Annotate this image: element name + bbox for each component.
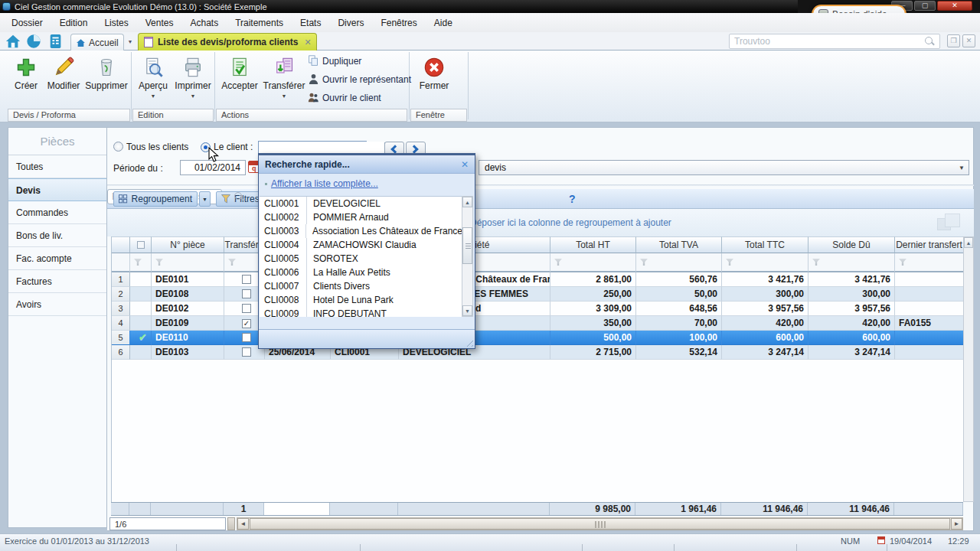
report-icon[interactable] (47, 34, 64, 49)
scroll-right-icon[interactable]: ► (951, 518, 962, 530)
column-filter-cell[interactable] (636, 253, 722, 272)
header-total-ttc[interactable]: Total TTC (722, 236, 808, 253)
resize-grip-icon[interactable] (464, 337, 473, 347)
sidebar-item-factures[interactable]: Factures (8, 270, 106, 293)
scrollbar-thumb[interactable] (250, 518, 950, 530)
transferred-checkbox[interactable] (242, 333, 251, 342)
client-list-item[interactable]: CLI0002POMMIER Arnaud (260, 210, 462, 224)
vertical-scrollbar[interactable]: ▲ (963, 236, 974, 502)
menu-edition[interactable]: Edition (51, 15, 96, 31)
dropdown-arrow-icon[interactable]: ▼ (173, 93, 213, 99)
transferred-checkbox[interactable] (242, 289, 251, 298)
tab-accueil[interactable]: Accueil (70, 34, 124, 51)
menu-achats[interactable]: Achats (181, 15, 227, 31)
header-total-tva[interactable]: Total TVA (636, 236, 722, 253)
tab-accueil-dropdown[interactable]: ▼ (125, 35, 136, 49)
scroll-down-icon[interactable]: ▼ (462, 305, 472, 316)
maximize-button[interactable]: ▢ (914, 1, 936, 11)
transfer-button[interactable]: Transférer ▼ (262, 57, 306, 99)
header-total-ht[interactable]: Total HT (550, 236, 636, 253)
column-filter-cell[interactable] (895, 253, 963, 272)
sidebar-item-avoirs[interactable]: Avoirs (8, 293, 106, 316)
show-full-list-link[interactable]: Afficher la liste complète... (271, 178, 378, 189)
column-filter-cell[interactable] (152, 253, 224, 272)
transferred-checkbox[interactable] (242, 304, 251, 313)
table-row[interactable]: 3DE0102POMMIER Arnaud3 309,00648,563 957… (112, 302, 963, 316)
transferred-checkbox[interactable] (242, 275, 251, 284)
header-solde-du[interactable]: Solde Dû (808, 236, 895, 253)
menu-aide[interactable]: Aide (426, 15, 461, 31)
accept-button[interactable]: Accepter (219, 57, 260, 92)
sidebar-item-toutes[interactable]: Toutes (8, 155, 106, 178)
column-filter-cell[interactable] (130, 253, 152, 272)
client-list-item[interactable]: CLI0006La Halle Aux Petits (260, 266, 462, 279)
grouping-button[interactable]: Regroupement (113, 191, 198, 207)
tab-close-icon[interactable]: ✕ (304, 37, 311, 47)
dropdown-arrow-icon[interactable]: ▼ (135, 93, 172, 99)
create-button[interactable]: Créer (9, 57, 43, 92)
close-panel-icon[interactable]: ✕ (962, 34, 975, 47)
scroll-up-icon[interactable]: ▲ (964, 237, 973, 248)
client-list-item[interactable]: CLI0001DEVELOGICIEL (260, 197, 462, 210)
menu-traitements[interactable]: Traitements (227, 15, 292, 31)
dropdown-arrow-icon[interactable]: ▼ (262, 93, 306, 99)
table-row[interactable]: 2DE0108AU BONHEUR DES FEMMES250,0050,003… (112, 287, 963, 302)
client-list-item[interactable]: CLI0004ZAMACHOWSKI Claudia (260, 238, 462, 252)
grouping-dropdown[interactable]: ▼ (199, 191, 211, 207)
home-icon[interactable] (5, 34, 21, 49)
header-select[interactable] (130, 236, 152, 253)
close-window-button[interactable]: Fermer (413, 57, 455, 92)
header-piece[interactable]: N° pièce (152, 236, 224, 253)
view-select[interactable]: devis ▼ (479, 160, 969, 175)
menu-dossier[interactable]: Dossier (3, 15, 51, 31)
panel-toggle-icon[interactable]: ❒ (947, 34, 960, 47)
sidebar-item-commandes[interactable]: Commandes (8, 201, 106, 224)
open-client-link[interactable]: Ouvrir le client (308, 92, 381, 103)
horizontal-scrollbar[interactable]: ◄ ► (237, 517, 963, 530)
popup-title-bar[interactable]: Recherche rapide... ✕ (259, 155, 475, 174)
sidebar-item-bons-de-liv[interactable]: Bons de liv. (8, 224, 106, 247)
table-row[interactable]: 5✔DE011019/04/2014CLI0001DEVELOGICIEL500… (112, 331, 963, 345)
duplicate-link[interactable]: Dupliquer (308, 55, 361, 67)
client-list-item[interactable]: CLI0008Hotel De Luna Park (260, 293, 462, 307)
column-filter-cell[interactable] (722, 253, 808, 272)
popup-scrollbar[interactable]: ▲ ▼ (462, 196, 473, 317)
client-list-item[interactable]: CLI0005SOROTEX (260, 252, 462, 266)
tab-liste-devis[interactable]: Liste des devis/proforma clients ✕ (138, 33, 317, 51)
sidebar-item-devis[interactable]: Devis (8, 178, 106, 201)
help-question-button[interactable]: ? (569, 193, 576, 205)
preview-button[interactable]: Aperçu ▼ (135, 57, 172, 99)
table-row[interactable]: 1DE0101Association Les Châteaux de Franc… (112, 272, 963, 287)
table-row[interactable]: 4DE0109✓02/04/2014CLI0001DEVELOGICIEL350… (112, 316, 963, 331)
menu-etats[interactable]: Etats (292, 15, 329, 31)
client-list-item[interactable]: CLI0007Clients Divers (260, 279, 462, 293)
menu-divers[interactable]: Divers (329, 15, 372, 31)
client-list-item[interactable]: CLI0003Association Les Châteaux de Franc… (260, 224, 462, 238)
transferred-checkbox[interactable]: ✓ (242, 319, 251, 328)
radio-all-clients[interactable] (113, 142, 123, 152)
open-representative-link[interactable]: Ouvrir le représentant (308, 73, 411, 85)
print-button[interactable]: Imprimer ▼ (173, 57, 213, 99)
menu-ventes[interactable]: Ventes (137, 15, 182, 31)
select-all-checkbox[interactable] (137, 241, 145, 249)
column-filter-cell[interactable] (808, 253, 895, 272)
menu-listes[interactable]: Listes (96, 15, 136, 31)
scrollbar-thumb[interactable] (462, 227, 472, 264)
global-search-input[interactable] (730, 36, 925, 47)
modify-button[interactable]: Modifier (44, 57, 83, 92)
transferred-checkbox[interactable] (242, 347, 251, 357)
pager-splitter[interactable] (227, 517, 235, 530)
scroll-left-icon[interactable]: ◄ (237, 518, 249, 530)
sidebar-item-fac-acompte[interactable]: Fac. acompte (8, 247, 106, 270)
table-row[interactable]: 6DE010325/06/2014CLI0001DEVELOGICIEL2 71… (112, 345, 963, 360)
column-filter-cell[interactable] (550, 253, 636, 272)
popup-close-icon[interactable]: ✕ (461, 159, 469, 170)
menu-fenetres[interactable]: Fenêtres (372, 15, 425, 31)
scroll-up-icon[interactable]: ▲ (462, 197, 472, 207)
delete-button[interactable]: Supprimer (84, 57, 129, 92)
client-code: CLI0006 (260, 266, 307, 279)
client-list-item[interactable]: CLI0009INFO DEBUTANT (260, 307, 462, 317)
close-button[interactable]: ✕ (937, 1, 972, 11)
header-dernier-transfert[interactable]: Dernier transfert (895, 236, 963, 253)
dashboard-pie-icon[interactable] (25, 34, 42, 49)
